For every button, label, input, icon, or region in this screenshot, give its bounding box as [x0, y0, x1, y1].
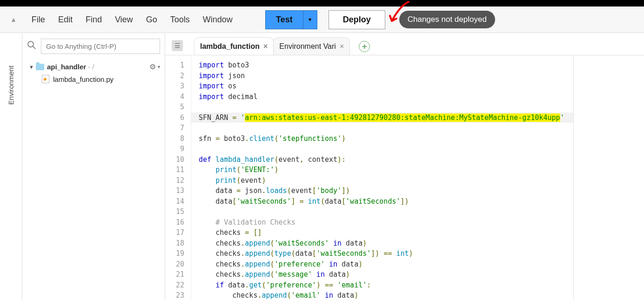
test-button-group: Test ▼ [265, 10, 317, 29]
code-editor[interactable]: import boto3import jsonimport osimport d… [191, 55, 573, 300]
file-tree: ▼ api_handler - / ⚙▼ lambda_function.py [22, 60, 165, 85]
test-button[interactable]: Test [265, 10, 303, 29]
tab-lambda-function[interactable]: lambda_function × [194, 37, 274, 55]
line-gutter: 1234567891011121314151617181920212223 [165, 55, 191, 300]
tab-list-toggle-icon[interactable]: ☰ [172, 40, 183, 51]
gear-icon[interactable]: ⚙▼ [149, 62, 161, 71]
menu-find[interactable]: Find [79, 15, 108, 25]
environment-tab[interactable]: Environment [0, 33, 22, 300]
tree-file-row[interactable]: lambda_function.py [29, 73, 161, 85]
file-panel: ▼ api_handler - / ⚙▼ lambda_function.py [22, 33, 165, 300]
menu-file[interactable]: File [25, 15, 52, 25]
menu-edit[interactable]: Edit [52, 15, 79, 25]
menu-tools[interactable]: Tools [164, 15, 196, 25]
test-dropdown-button[interactable]: ▼ [303, 10, 317, 29]
code-area: 1234567891011121314151617181920212223 im… [165, 55, 644, 300]
close-icon[interactable]: × [340, 42, 344, 51]
goto-anything-input[interactable] [41, 39, 160, 54]
file-icon [42, 75, 49, 83]
changes-not-deployed-badge: Changes not deployed [399, 11, 495, 28]
folder-name: api_handler [47, 63, 86, 71]
environment-tab-label: Environment [7, 66, 15, 105]
file-name: lambda_function.py [53, 75, 114, 83]
right-margin [573, 55, 644, 300]
sidebar-left: Environment ▼ api_handler - / ⚙▼ [0, 33, 165, 300]
menu-window[interactable]: Window [196, 15, 239, 25]
editor-area: ☰ lambda_function × Environment Vari × +… [165, 33, 644, 300]
tree-folder-row[interactable]: ▼ api_handler - / ⚙▼ [29, 60, 161, 73]
add-tab-button[interactable]: + [359, 41, 370, 52]
caret-down-icon[interactable]: ▼ [29, 64, 34, 70]
close-icon[interactable]: × [263, 42, 268, 51]
collapse-panel-icon[interactable]: ▲ [10, 16, 17, 23]
menu-view[interactable]: View [108, 15, 140, 25]
folder-icon [36, 64, 44, 70]
menubar: ▲ File Edit Find View Go Tools Window Te… [0, 7, 644, 33]
caret-down-icon: ▼ [157, 65, 161, 69]
menu-items: File Edit Find View Go Tools Window [25, 15, 239, 25]
tab-environment-variables[interactable]: Environment Vari × [273, 37, 350, 55]
tab-bar: ☰ lambda_function × Environment Vari × + [165, 33, 644, 55]
search-icon[interactable] [27, 40, 36, 52]
deploy-button[interactable]: Deploy [329, 10, 385, 29]
action-buttons: Test ▼ Deploy Changes not deployed [265, 10, 495, 29]
svg-point-0 [28, 41, 34, 47]
svg-line-1 [33, 47, 35, 49]
folder-suffix: - / [88, 63, 94, 71]
search-row [22, 33, 165, 60]
menu-go[interactable]: Go [140, 15, 164, 25]
tab-label: lambda_function [200, 42, 260, 51]
topbar-black [0, 0, 644, 7]
main: Environment ▼ api_handler - / ⚙▼ [0, 33, 644, 300]
tab-label: Environment Vari [279, 42, 336, 51]
